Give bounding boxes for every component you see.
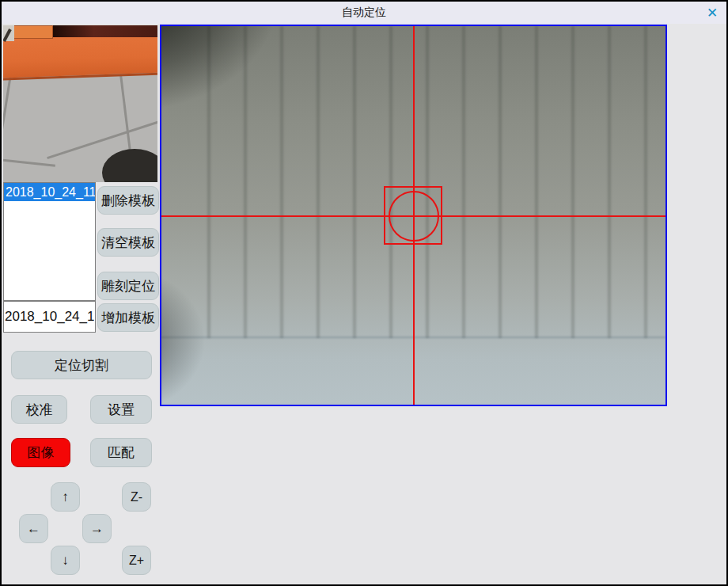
add-template-button[interactable]: 增加模板 (97, 303, 159, 332)
jog-down-button[interactable]: ↓ (51, 546, 80, 575)
title-bar: 自动定位 (2, 2, 726, 24)
jog-z-plus-button[interactable]: Z+ (122, 546, 151, 575)
clear-templates-button[interactable]: 清空模板 (97, 228, 159, 257)
settings-button[interactable]: 设置 (90, 395, 152, 424)
thumbnail-grout-line (3, 158, 55, 166)
auto-position-window: 自动定位 ✕ 2018_10_24_11 删除模板 清空模板 雕刻定位 增加模板… (0, 0, 728, 586)
jog-right-button[interactable]: → (82, 514, 112, 543)
jog-up-button[interactable]: ↑ (51, 482, 80, 512)
engrave-position-button[interactable]: 雕刻定位 (97, 272, 159, 300)
calibrate-button[interactable]: 校准 (11, 395, 67, 424)
position-cut-button[interactable]: 定位切割 (11, 351, 152, 379)
thumbnail-grout-line (3, 74, 12, 182)
thumbnail-dark-object (102, 149, 157, 182)
thumbnail-orange-block (13, 25, 53, 39)
close-icon[interactable]: ✕ (704, 5, 720, 21)
image-button[interactable]: 图像 (11, 438, 70, 467)
template-name-input[interactable] (3, 301, 96, 333)
delete-template-button[interactable]: 删除模板 (97, 186, 159, 215)
thumbnail-dark-band (51, 25, 157, 37)
template-thumbnail (3, 25, 157, 182)
jog-z-minus-button[interactable]: Z- (122, 482, 151, 512)
thumbnail-corner-slash (3, 29, 12, 42)
match-button[interactable]: 匹配 (90, 438, 152, 467)
thumbnail-corner (3, 25, 14, 41)
camera-view[interactable] (160, 25, 667, 406)
template-list-item[interactable]: 2018_10_24_11 (4, 183, 95, 201)
jog-left-button[interactable]: ← (19, 514, 48, 543)
target-circle-overlay (389, 191, 439, 242)
window-title: 自动定位 (342, 6, 386, 20)
template-list[interactable]: 2018_10_24_11 (3, 182, 96, 301)
